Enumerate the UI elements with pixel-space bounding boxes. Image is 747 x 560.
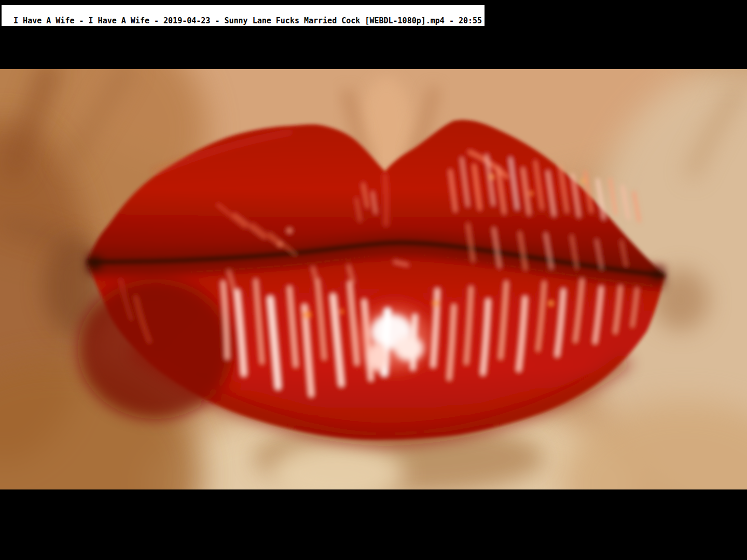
letterbox-bottom [0,489,747,560]
osd-title-text: I Have A Wife - I Have A Wife - 2019-04-… [13,16,482,25]
video-frame[interactable] [0,69,747,489]
osd-title: I Have A Wife - I Have A Wife - 2019-04-… [2,5,485,26]
lips-scene [0,69,747,489]
